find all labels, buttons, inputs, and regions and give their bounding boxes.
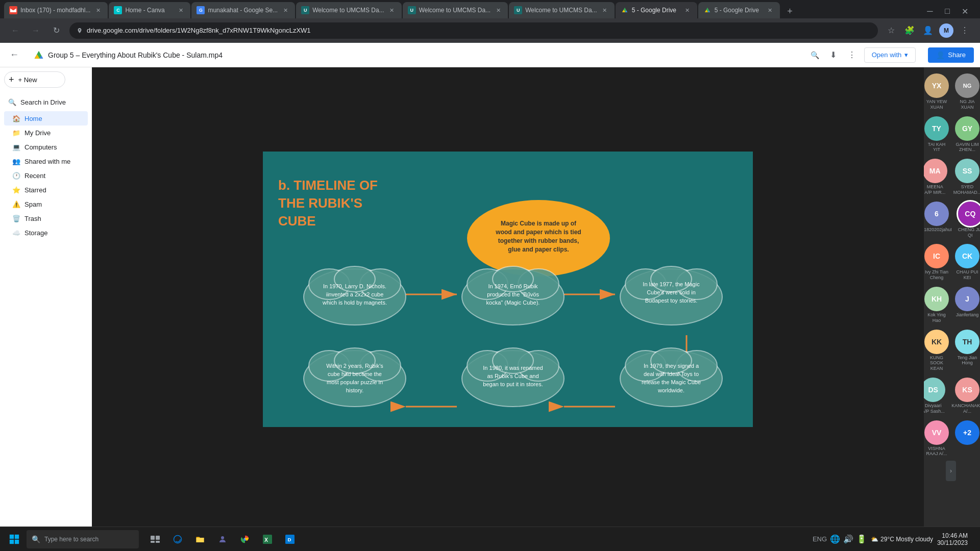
participant-yx[interactable]: YX YAN YEW XUAN	[924, 71, 951, 112]
drive-back-button[interactable]: ←	[6, 47, 22, 63]
tab-close-gdrive-active[interactable]: ✕	[683, 6, 692, 15]
participant-ty[interactable]: TY TAI KAH YIT	[924, 114, 951, 155]
participant-ck[interactable]: CK CHAU PUI KEI	[953, 242, 980, 283]
participant-ng[interactable]: NG NG JIA XUAN	[953, 71, 980, 112]
share-button[interactable]: 👤 Share	[928, 47, 974, 63]
volume-icon[interactable]: 🔊	[843, 534, 853, 544]
taskbar-language: ENG	[813, 535, 827, 543]
svg-text:In 1970, Larry D. Nichols.: In 1970, Larry D. Nichols.	[323, 283, 386, 289]
new-tab-button[interactable]: +	[783, 4, 797, 18]
sidebar-item-starred[interactable]: ⭐ Starred	[4, 183, 88, 197]
taskbar-weather[interactable]: ⛅ 29°C Mostly cloudy	[871, 536, 933, 543]
forward-button[interactable]: →	[29, 23, 43, 38]
participant-gy[interactable]: GY GAVIN LIM ZHEN...	[953, 114, 980, 155]
participant-j[interactable]: J Jianfertang	[953, 285, 980, 325]
participant-kh[interactable]: KH Kok Ying Hao	[924, 285, 951, 325]
tab-gdrive-2[interactable]: 5 - Google Drive ✕	[698, 2, 780, 18]
extension-icon[interactable]: 🧩	[902, 23, 917, 38]
taskbar-app-excel[interactable]: X	[257, 529, 278, 549]
sidebar-item-spam[interactable]: ⚠️ Spam	[4, 197, 88, 211]
sidebar-item-mydrive[interactable]: 📁 My Drive	[4, 126, 88, 140]
tab-umcms-1[interactable]: U Welcome to UMCMS Da... ✕	[296, 2, 401, 18]
participant-ic[interactable]: IC Ivy Zhi Tian Cheng	[924, 242, 951, 283]
user-avatar[interactable]: M	[939, 23, 953, 38]
svg-text:which is hold by magnets.: which is hold by magnets.	[322, 299, 387, 306]
tab-umcms-2[interactable]: U Welcome to UMCMS Da... ✕	[403, 2, 508, 18]
name-ck: CHAU PUI KEI	[955, 269, 979, 281]
avatar-ks: KS	[955, 378, 979, 402]
chrome-icon	[240, 535, 250, 544]
sidebar-item-home[interactable]: 🏠 Home	[4, 111, 88, 126]
address-bar[interactable]: drive.google.com/drive/folders/1W2Ng8zf8…	[69, 22, 878, 39]
svg-point-50	[334, 348, 375, 373]
start-button[interactable]	[4, 529, 24, 549]
open-with-button[interactable]: Open with ▾	[864, 47, 916, 63]
taskbar-app-file-explorer[interactable]	[190, 529, 210, 549]
sidebar-item-recent[interactable]: 🕐 Recent	[4, 168, 88, 183]
participant-ma[interactable]: MA MEENA A/P MIR...	[924, 157, 949, 197]
participant-plus2[interactable]: +2	[953, 418, 980, 459]
participant-6[interactable]: 6 61820202jahuI	[924, 199, 954, 240]
bookmark-icon[interactable]: ☆	[884, 23, 898, 38]
tab-close-gdrive2[interactable]: ✕	[766, 6, 775, 15]
taskbar-app-teams[interactable]	[212, 529, 233, 549]
sidebar-item-storage[interactable]: ☁️ Storage	[4, 226, 88, 240]
participant-ds[interactable]: DS Divyaari A/P Sash...	[924, 375, 947, 416]
minimize-button[interactable]: ─	[923, 4, 937, 18]
name-yx: YAN YEW XUAN	[924, 99, 949, 110]
drive-download-icon[interactable]: ⬇	[825, 47, 842, 63]
tab-canva[interactable]: C Home - Canva ✕	[109, 2, 190, 18]
taskbar-app-extra[interactable]: D	[280, 529, 300, 549]
participant-cq[interactable]: CQ CHENG JIA QI	[956, 199, 980, 240]
tab-close-canva[interactable]: ✕	[176, 6, 185, 15]
search-in-drive[interactable]: 🔍 Search in Drive	[4, 94, 88, 110]
taskbar-search[interactable]: 🔍 Type here to search	[27, 530, 139, 548]
svg-text:In 1980, it was renamed: In 1980, it was renamed	[483, 365, 543, 371]
url-display: drive.google.com/drive/folders/1W2Ng8zf8…	[87, 27, 871, 34]
taskbar-app-edge[interactable]	[167, 529, 188, 549]
participant-th[interactable]: TH Teng Jian Hong	[953, 328, 980, 373]
profile-icon[interactable]: 👤	[921, 23, 935, 38]
tab-gmail[interactable]: Inbox (170) - mohdfadhl... ✕	[4, 2, 108, 18]
svg-rect-77	[156, 541, 160, 543]
taskbar-app-taskview[interactable]	[145, 529, 165, 549]
recent-icon: 🕐	[12, 172, 20, 180]
tab-google-search[interactable]: G munakahat - Google Se... ✕	[191, 2, 295, 18]
tab-close-gmail[interactable]: ✕	[93, 6, 103, 15]
participant-vv[interactable]: VV VISHNA RAAJ A/...	[924, 418, 951, 459]
new-icon: +	[9, 74, 14, 85]
drive-more-icon[interactable]: ⋮	[844, 47, 860, 63]
battery-icon[interactable]: 🔋	[856, 534, 867, 544]
drive-search-icon[interactable]: 🔍	[807, 47, 823, 63]
tab-favicon-canva: C	[114, 6, 122, 14]
taskbar-app-chrome[interactable]	[235, 529, 255, 549]
expand-panel-button[interactable]: ›	[946, 461, 956, 481]
tab-close-umcms2[interactable]: ✕	[494, 6, 503, 15]
computers-icon: 💻	[12, 143, 20, 151]
network-icon[interactable]: 🌐	[830, 534, 840, 544]
participant-ss[interactable]: SS SYED MOHAMAD...	[951, 157, 980, 197]
more-options-icon[interactable]: ⋮	[958, 23, 972, 38]
tab-close-umcms3[interactable]: ✕	[600, 6, 609, 15]
mydrive-label: My Drive	[24, 129, 51, 137]
taskbar-clock[interactable]: 10:46 AM 30/11/2023	[937, 532, 968, 546]
back-button[interactable]: ←	[8, 23, 22, 38]
tab-close-google[interactable]: ✕	[281, 6, 290, 15]
close-window-button[interactable]: ✕	[958, 4, 972, 18]
restore-button[interactable]: □	[940, 4, 954, 18]
participant-kk[interactable]: KK KUNG SOOK KEAN	[924, 328, 951, 373]
tab-umcms-3[interactable]: U Welcome to UMCMS Da... ✕	[509, 2, 614, 18]
new-button[interactable]: + + New	[4, 71, 65, 88]
svg-point-43	[651, 266, 692, 292]
search-label: Search in Drive	[20, 98, 66, 106]
tab-gdrive-active[interactable]: 5 - Google Drive ✕	[616, 2, 697, 18]
svg-text:D: D	[288, 536, 291, 542]
taskbar-time-display: 10:46 AM	[937, 532, 968, 539]
tab-close-umcms1[interactable]: ✕	[387, 6, 397, 15]
reload-button[interactable]: ↻	[49, 23, 63, 38]
participant-ks[interactable]: KS KANCHANAKA A/...	[949, 375, 980, 416]
tab-label-google: munakahat - Google Se...	[208, 7, 278, 14]
sidebar-item-trash[interactable]: 🗑️ Trash	[4, 211, 88, 226]
sidebar-item-shared[interactable]: 👥 Shared with me	[4, 154, 88, 168]
sidebar-item-computers[interactable]: 💻 Computers	[4, 140, 88, 154]
